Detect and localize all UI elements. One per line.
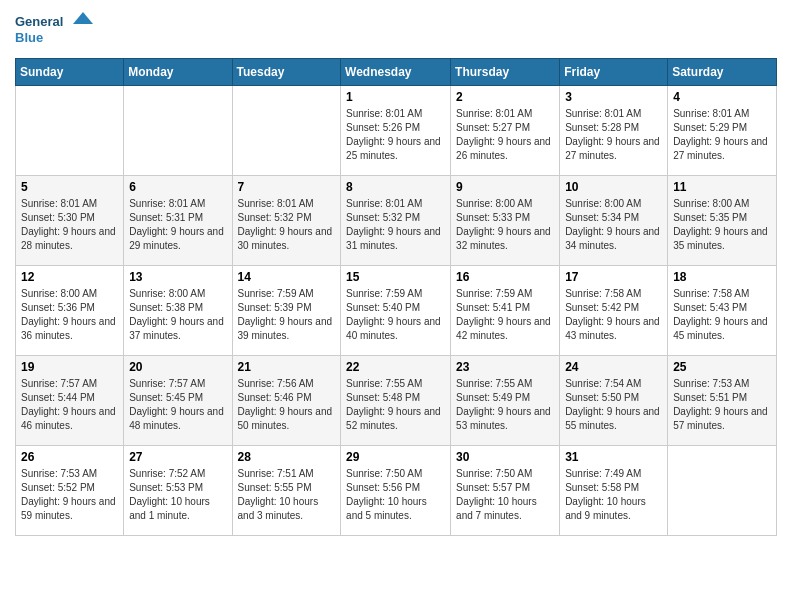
- day-info: Sunrise: 8:01 AM Sunset: 5:32 PM Dayligh…: [238, 197, 336, 253]
- calendar-body: 1Sunrise: 8:01 AM Sunset: 5:26 PM Daylig…: [16, 86, 777, 536]
- day-number: 26: [21, 450, 118, 464]
- calendar-week-row: 12Sunrise: 8:00 AM Sunset: 5:36 PM Dayli…: [16, 266, 777, 356]
- weekday-header-sunday: Sunday: [16, 59, 124, 86]
- day-info: Sunrise: 7:55 AM Sunset: 5:49 PM Dayligh…: [456, 377, 554, 433]
- logo: General Blue: [15, 10, 95, 50]
- day-number: 7: [238, 180, 336, 194]
- weekday-header-saturday: Saturday: [668, 59, 777, 86]
- day-info: Sunrise: 7:50 AM Sunset: 5:56 PM Dayligh…: [346, 467, 445, 523]
- calendar-week-row: 5Sunrise: 8:01 AM Sunset: 5:30 PM Daylig…: [16, 176, 777, 266]
- day-number: 28: [238, 450, 336, 464]
- calendar-cell: [668, 446, 777, 536]
- weekday-header-thursday: Thursday: [451, 59, 560, 86]
- weekday-header-monday: Monday: [124, 59, 232, 86]
- day-info: Sunrise: 8:00 AM Sunset: 5:34 PM Dayligh…: [565, 197, 662, 253]
- day-info: Sunrise: 7:52 AM Sunset: 5:53 PM Dayligh…: [129, 467, 226, 523]
- calendar-cell: 25Sunrise: 7:53 AM Sunset: 5:51 PM Dayli…: [668, 356, 777, 446]
- calendar-cell: 9Sunrise: 8:00 AM Sunset: 5:33 PM Daylig…: [451, 176, 560, 266]
- day-info: Sunrise: 8:01 AM Sunset: 5:28 PM Dayligh…: [565, 107, 662, 163]
- day-number: 29: [346, 450, 445, 464]
- calendar-cell: [124, 86, 232, 176]
- calendar-cell: 1Sunrise: 8:01 AM Sunset: 5:26 PM Daylig…: [341, 86, 451, 176]
- day-info: Sunrise: 7:57 AM Sunset: 5:44 PM Dayligh…: [21, 377, 118, 433]
- day-info: Sunrise: 8:00 AM Sunset: 5:35 PM Dayligh…: [673, 197, 771, 253]
- day-info: Sunrise: 8:01 AM Sunset: 5:27 PM Dayligh…: [456, 107, 554, 163]
- day-number: 13: [129, 270, 226, 284]
- day-info: Sunrise: 8:01 AM Sunset: 5:31 PM Dayligh…: [129, 197, 226, 253]
- day-info: Sunrise: 8:01 AM Sunset: 5:30 PM Dayligh…: [21, 197, 118, 253]
- calendar-cell: 27Sunrise: 7:52 AM Sunset: 5:53 PM Dayli…: [124, 446, 232, 536]
- day-number: 1: [346, 90, 445, 104]
- calendar-cell: 10Sunrise: 8:00 AM Sunset: 5:34 PM Dayli…: [560, 176, 668, 266]
- day-info: Sunrise: 7:51 AM Sunset: 5:55 PM Dayligh…: [238, 467, 336, 523]
- day-number: 23: [456, 360, 554, 374]
- day-number: 21: [238, 360, 336, 374]
- svg-marker-2: [73, 12, 93, 24]
- day-number: 15: [346, 270, 445, 284]
- day-info: Sunrise: 7:58 AM Sunset: 5:43 PM Dayligh…: [673, 287, 771, 343]
- calendar-week-row: 26Sunrise: 7:53 AM Sunset: 5:52 PM Dayli…: [16, 446, 777, 536]
- svg-text:Blue: Blue: [15, 30, 43, 45]
- calendar-week-row: 19Sunrise: 7:57 AM Sunset: 5:44 PM Dayli…: [16, 356, 777, 446]
- day-number: 16: [456, 270, 554, 284]
- day-number: 12: [21, 270, 118, 284]
- day-info: Sunrise: 7:59 AM Sunset: 5:40 PM Dayligh…: [346, 287, 445, 343]
- day-number: 19: [21, 360, 118, 374]
- day-number: 3: [565, 90, 662, 104]
- day-info: Sunrise: 7:53 AM Sunset: 5:52 PM Dayligh…: [21, 467, 118, 523]
- day-number: 20: [129, 360, 226, 374]
- calendar-cell: 19Sunrise: 7:57 AM Sunset: 5:44 PM Dayli…: [16, 356, 124, 446]
- day-number: 2: [456, 90, 554, 104]
- day-number: 25: [673, 360, 771, 374]
- day-info: Sunrise: 7:59 AM Sunset: 5:39 PM Dayligh…: [238, 287, 336, 343]
- day-number: 17: [565, 270, 662, 284]
- calendar-cell: 4Sunrise: 8:01 AM Sunset: 5:29 PM Daylig…: [668, 86, 777, 176]
- calendar-cell: [16, 86, 124, 176]
- day-info: Sunrise: 8:00 AM Sunset: 5:36 PM Dayligh…: [21, 287, 118, 343]
- calendar-cell: 24Sunrise: 7:54 AM Sunset: 5:50 PM Dayli…: [560, 356, 668, 446]
- day-info: Sunrise: 7:53 AM Sunset: 5:51 PM Dayligh…: [673, 377, 771, 433]
- day-number: 6: [129, 180, 226, 194]
- weekday-header-wednesday: Wednesday: [341, 59, 451, 86]
- calendar-cell: 3Sunrise: 8:01 AM Sunset: 5:28 PM Daylig…: [560, 86, 668, 176]
- calendar-cell: 2Sunrise: 8:01 AM Sunset: 5:27 PM Daylig…: [451, 86, 560, 176]
- calendar-cell: 16Sunrise: 7:59 AM Sunset: 5:41 PM Dayli…: [451, 266, 560, 356]
- svg-text:General: General: [15, 14, 63, 29]
- calendar-week-row: 1Sunrise: 8:01 AM Sunset: 5:26 PM Daylig…: [16, 86, 777, 176]
- day-info: Sunrise: 7:54 AM Sunset: 5:50 PM Dayligh…: [565, 377, 662, 433]
- day-number: 9: [456, 180, 554, 194]
- calendar-cell: 21Sunrise: 7:56 AM Sunset: 5:46 PM Dayli…: [232, 356, 341, 446]
- day-info: Sunrise: 7:57 AM Sunset: 5:45 PM Dayligh…: [129, 377, 226, 433]
- day-number: 5: [21, 180, 118, 194]
- calendar-cell: 12Sunrise: 8:00 AM Sunset: 5:36 PM Dayli…: [16, 266, 124, 356]
- day-info: Sunrise: 8:01 AM Sunset: 5:29 PM Dayligh…: [673, 107, 771, 163]
- day-info: Sunrise: 8:01 AM Sunset: 5:32 PM Dayligh…: [346, 197, 445, 253]
- day-info: Sunrise: 7:56 AM Sunset: 5:46 PM Dayligh…: [238, 377, 336, 433]
- day-number: 30: [456, 450, 554, 464]
- day-number: 22: [346, 360, 445, 374]
- calendar-table: SundayMondayTuesdayWednesdayThursdayFrid…: [15, 58, 777, 536]
- logo-svg: General Blue: [15, 10, 95, 50]
- calendar-cell: 26Sunrise: 7:53 AM Sunset: 5:52 PM Dayli…: [16, 446, 124, 536]
- calendar-cell: 14Sunrise: 7:59 AM Sunset: 5:39 PM Dayli…: [232, 266, 341, 356]
- day-number: 27: [129, 450, 226, 464]
- page-header: General Blue: [15, 10, 777, 50]
- weekday-header-row: SundayMondayTuesdayWednesdayThursdayFrid…: [16, 59, 777, 86]
- day-number: 31: [565, 450, 662, 464]
- day-info: Sunrise: 7:59 AM Sunset: 5:41 PM Dayligh…: [456, 287, 554, 343]
- day-number: 8: [346, 180, 445, 194]
- day-info: Sunrise: 8:01 AM Sunset: 5:26 PM Dayligh…: [346, 107, 445, 163]
- calendar-cell: 29Sunrise: 7:50 AM Sunset: 5:56 PM Dayli…: [341, 446, 451, 536]
- calendar-cell: 22Sunrise: 7:55 AM Sunset: 5:48 PM Dayli…: [341, 356, 451, 446]
- calendar-cell: 7Sunrise: 8:01 AM Sunset: 5:32 PM Daylig…: [232, 176, 341, 266]
- calendar-cell: [232, 86, 341, 176]
- calendar-cell: 15Sunrise: 7:59 AM Sunset: 5:40 PM Dayli…: [341, 266, 451, 356]
- day-info: Sunrise: 8:00 AM Sunset: 5:33 PM Dayligh…: [456, 197, 554, 253]
- day-info: Sunrise: 7:50 AM Sunset: 5:57 PM Dayligh…: [456, 467, 554, 523]
- calendar-header: SundayMondayTuesdayWednesdayThursdayFrid…: [16, 59, 777, 86]
- calendar-cell: 17Sunrise: 7:58 AM Sunset: 5:42 PM Dayli…: [560, 266, 668, 356]
- weekday-header-tuesday: Tuesday: [232, 59, 341, 86]
- calendar-cell: 31Sunrise: 7:49 AM Sunset: 5:58 PM Dayli…: [560, 446, 668, 536]
- calendar-cell: 8Sunrise: 8:01 AM Sunset: 5:32 PM Daylig…: [341, 176, 451, 266]
- day-info: Sunrise: 7:55 AM Sunset: 5:48 PM Dayligh…: [346, 377, 445, 433]
